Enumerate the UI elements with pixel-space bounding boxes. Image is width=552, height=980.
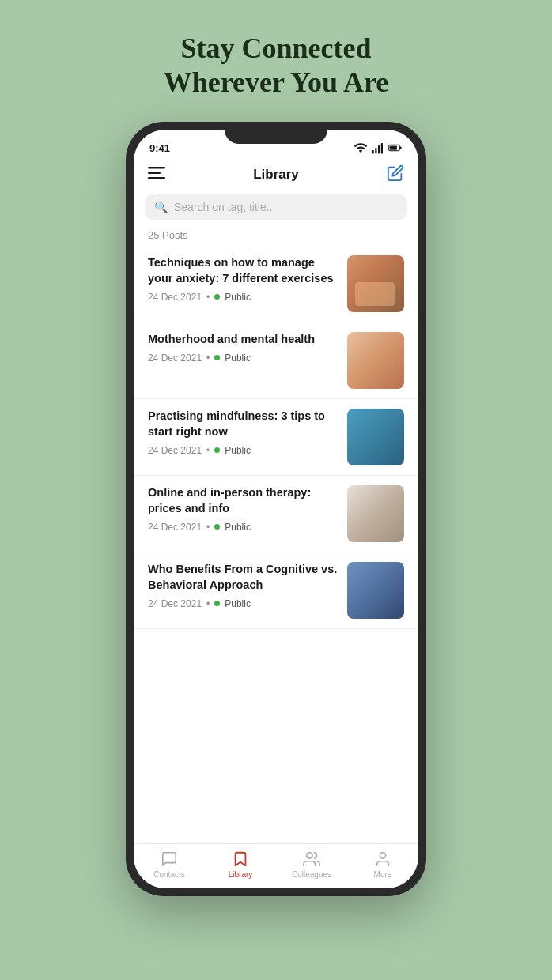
post-title: Who Benefits From a Cognitive vs. Behavi… (148, 562, 338, 593)
list-item[interactable]: Techniques on how to manage your anxiety… (134, 246, 418, 322)
more-icon (374, 850, 391, 868)
list-item[interactable]: Who Benefits From a Cognitive vs. Behavi… (134, 552, 418, 629)
post-meta: 24 Dec 2021 • Public (148, 445, 338, 456)
public-dot (214, 355, 220, 360)
page-title: Library (253, 167, 299, 183)
post-thumbnail (347, 409, 404, 466)
svg-rect-5 (390, 146, 397, 150)
tab-contacts[interactable]: Contacts (134, 850, 205, 879)
tab-colleagues[interactable]: Colleagues (276, 850, 347, 879)
phone-mockup: 9:41 (126, 122, 426, 896)
post-thumbnail (347, 332, 404, 389)
svg-rect-1 (375, 148, 376, 154)
edit-button[interactable] (387, 164, 404, 185)
post-date: 24 Dec 2021 (148, 352, 202, 364)
phone-notch (225, 122, 327, 144)
menu-button[interactable] (148, 167, 165, 183)
status-time: 9:41 (149, 142, 170, 154)
post-date: 24 Dec 2021 (148, 598, 202, 609)
search-bar[interactable]: 🔍 Search on tag, title... (145, 194, 407, 220)
post-text: Motherhood and mental health 24 Dec 2021… (148, 332, 338, 364)
tab-library[interactable]: Library (205, 850, 276, 879)
bottom-nav: Contacts Library Colleagues (134, 843, 418, 888)
svg-rect-9 (148, 177, 165, 179)
content-list: Techniques on how to manage your anxiety… (134, 246, 418, 843)
search-icon: 🔍 (154, 201, 168, 213)
contacts-label: Contacts (153, 870, 184, 879)
colleagues-icon (303, 850, 320, 868)
phone-screen: 9:41 (134, 130, 418, 888)
post-meta: 24 Dec 2021 • Public (148, 292, 338, 303)
colleagues-label: Colleagues (292, 870, 331, 879)
svg-rect-8 (148, 172, 161, 175)
post-status: Public (225, 352, 251, 364)
contacts-icon (161, 850, 178, 868)
dot-separator: • (206, 445, 210, 456)
dot-separator: • (206, 598, 210, 609)
dot-separator: • (206, 522, 210, 533)
wifi-icon (354, 141, 368, 155)
post-title: Techniques on how to manage your anxiety… (148, 255, 338, 286)
search-input[interactable]: Search on tag, title... (174, 201, 275, 213)
dot-separator: • (206, 352, 210, 364)
svg-rect-0 (372, 150, 374, 154)
post-text: Who Benefits From a Cognitive vs. Behavi… (148, 562, 338, 609)
public-dot (214, 601, 220, 606)
posts-count: 25 Posts (134, 226, 418, 246)
more-label: More (374, 870, 392, 879)
public-dot (214, 294, 220, 300)
list-item[interactable]: Practising mindfulness: 3 tips to start … (134, 399, 418, 476)
post-thumbnail (347, 255, 404, 312)
hamburger-icon (148, 167, 165, 179)
list-item[interactable]: Motherhood and mental health 24 Dec 2021… (134, 322, 418, 399)
headline: Stay Connected Wherever You Are (164, 32, 389, 100)
post-text: Techniques on how to manage your anxiety… (148, 255, 338, 302)
public-dot (214, 447, 220, 453)
svg-point-10 (307, 853, 312, 858)
post-thumbnail (347, 562, 404, 619)
post-status: Public (225, 598, 251, 609)
tab-more[interactable]: More (347, 850, 418, 879)
svg-point-11 (380, 853, 385, 858)
svg-rect-2 (378, 145, 380, 154)
post-meta: 24 Dec 2021 • Public (148, 522, 338, 533)
top-nav: Library (134, 158, 418, 191)
status-icons (354, 141, 403, 155)
svg-rect-3 (381, 143, 383, 154)
post-date: 24 Dec 2021 (148, 292, 202, 303)
post-text: Practising mindfulness: 3 tips to start … (148, 409, 338, 455)
post-status: Public (225, 445, 251, 456)
post-thumbnail (347, 485, 404, 542)
post-date: 24 Dec 2021 (148, 522, 202, 533)
library-label: Library (229, 870, 253, 879)
svg-rect-6 (399, 147, 401, 149)
post-date: 24 Dec 2021 (148, 445, 202, 456)
post-status: Public (225, 522, 251, 533)
post-meta: 24 Dec 2021 • Public (148, 352, 338, 364)
svg-rect-7 (148, 167, 165, 169)
battery-icon (388, 141, 403, 155)
post-meta: 24 Dec 2021 • Public (148, 598, 338, 609)
post-text: Online and in-person therapy: prices and… (148, 485, 338, 532)
post-title: Motherhood and mental health (148, 332, 338, 348)
post-status: Public (225, 292, 251, 303)
post-title: Online and in-person therapy: prices and… (148, 485, 338, 516)
signal-icon (371, 141, 385, 155)
library-icon (232, 850, 249, 868)
post-title: Practising mindfulness: 3 tips to start … (148, 409, 338, 439)
edit-icon (387, 164, 404, 182)
dot-separator: • (206, 292, 210, 303)
list-item[interactable]: Online and in-person therapy: prices and… (134, 476, 418, 552)
public-dot (214, 524, 220, 530)
